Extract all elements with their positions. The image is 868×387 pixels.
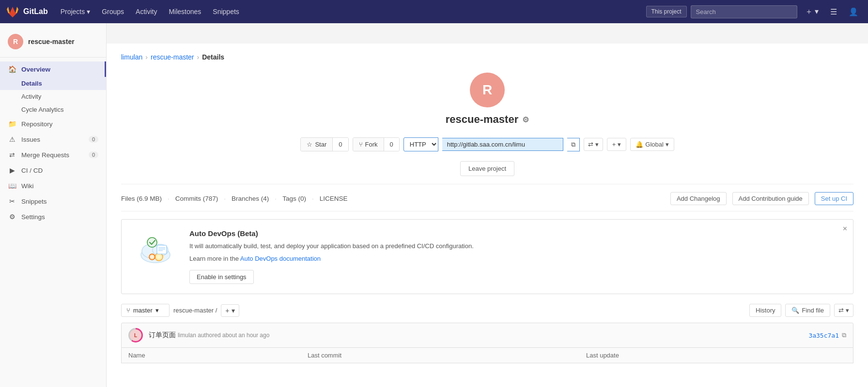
clone-dropdown-button[interactable]: ⇄ ▾ [584,138,603,151]
path-add-button[interactable]: + ▾ [221,304,239,317]
file-table: Name Last commit Last update [121,348,853,363]
commit-message: 订单页面 [149,331,176,339]
nav-activity[interactable]: Activity [131,6,162,17]
sidebar-item-settings[interactable]: ⚙ Settings [0,209,106,224]
sidebar-item-issues[interactable]: ⚠ Issues 0 [0,132,106,147]
sidebar-item-repository[interactable]: 📁 Repository [0,116,106,132]
set-up-ci-button[interactable]: Set up CI [815,192,853,205]
add-changelog-button[interactable]: Add Changelog [670,192,727,205]
devops-content: Auto DevOps (Beta) It will automatically… [189,229,474,284]
copy-url-button[interactable]: ⧉ [567,138,580,151]
file-table-header-row: Name Last commit Last update [122,348,853,363]
devops-title: Auto DevOps (Beta) [189,229,474,238]
sidebar-item-overview[interactable]: 🏠 Overview [0,61,106,77]
branch-select-button[interactable]: ⑂ master ▾ [121,304,170,317]
clone-icon: ⇄ [588,141,593,148]
sidebar-sub-item-cycle-analytics[interactable]: Cycle Analytics [0,103,106,116]
path-label: rescue-master / [173,307,217,314]
nav-groups[interactable]: Groups [97,6,129,17]
sidebar-cicd-label: CI / CD [21,167,43,174]
devops-close-button[interactable]: × [843,224,847,233]
star-icon: ☆ [307,141,312,148]
visibility-icon: ⚙ [522,115,529,124]
files-link[interactable]: Files (6.9 MB) [121,195,162,202]
add-dropdown-button[interactable]: + ▾ [607,138,627,151]
compare-button[interactable]: ⇄ ▾ [834,304,853,317]
sidebar-snippets-label: Snippets [21,198,47,205]
repository-icon: 📁 [8,120,16,128]
star-group: ☆ Star 0 [300,137,348,151]
breadcrumb-limulan[interactable]: limulan [121,53,142,61]
project-title: rescue-master ⚙ [446,113,529,126]
project-avatar-large: R [470,73,505,107]
find-file-button[interactable]: 🔍 Find file [785,304,830,317]
top-navigation: GitLab Projects ▾ Groups Activity Milest… [0,0,868,23]
branches-link[interactable]: Branches (4) [232,195,269,202]
sidebar-item-ci-cd[interactable]: ▶ CI / CD [0,163,106,178]
branch-icon: ⑂ [126,307,130,314]
nav-snippets[interactable]: Snippets [208,6,244,17]
merge-requests-badge: 0 [89,151,98,158]
sidebar: R rescue-master 🏠 Overview Details Activ… [0,23,107,387]
enable-in-settings-button[interactable]: Enable in settings [189,270,254,284]
sidebar-item-wiki[interactable]: 📖 Wiki [0,178,106,194]
commit-bar: L 订单页面 limulan authored about an hour ag… [121,323,853,348]
breadcrumb-sep-2: › [197,53,200,61]
breadcrumb-current: Details [202,53,224,61]
nav-projects[interactable]: Projects ▾ [56,6,95,17]
sidebar-toggle-button[interactable]: ☰ [826,5,841,18]
sidebar-item-snippets[interactable]: ✂ Snippets [0,194,106,209]
commit-hash-link[interactable]: 3a35c7a1 [808,332,839,339]
commits-link[interactable]: Commits (787) [175,195,218,202]
merge-requests-icon: ⇄ [8,151,16,159]
nav-milestones[interactable]: Milestones [164,6,206,17]
notification-dropdown-button[interactable]: 🔔 Global ▾ [630,138,674,151]
tags-link[interactable]: Tags (0) [282,195,306,202]
protocol-select[interactable]: HTTP SSH [403,137,438,151]
fork-group: ⑂ Fork 0 [353,137,400,151]
breadcrumb-rescue-master[interactable]: rescue-master [151,53,194,61]
fork-count: 0 [384,138,399,151]
history-button[interactable]: History [749,304,781,317]
project-header: R rescue-master ⚙ [121,73,853,126]
sidebar-sub-item-details[interactable]: Details [0,77,106,90]
leave-project-button[interactable]: Leave project [460,161,514,176]
section-divider [121,184,853,184]
svg-point-7 [147,238,157,247]
devops-docs-link[interactable]: Auto DevOps documentation [240,255,321,262]
search-input[interactable] [691,5,797,18]
this-project-button[interactable]: This project [646,6,687,17]
sidebar-item-merge-requests[interactable]: ⇄ Merge Requests 0 [0,147,106,163]
col-last-update: Last update [579,348,853,363]
top-nav-links: Projects ▾ Groups Activity Milestones Sn… [56,6,638,17]
fork-icon: ⑂ [359,141,363,148]
clone-label: ▾ [595,141,599,148]
plus-dropdown-arrow: ▾ [232,307,235,314]
plus-icon: + [612,141,616,148]
svg-rect-8 [157,245,167,254]
star-button[interactable]: ☆ Star [301,138,332,151]
sidebar-wiki-label: Wiki [21,182,34,190]
issues-badge: 0 [89,136,98,143]
sidebar-overview-label: Overview [21,66,50,73]
repo-url-input[interactable] [442,138,563,151]
fork-button[interactable]: ⑂ Fork [353,138,384,151]
commit-author: limulan [178,332,196,339]
col-last-commit: Last commit [301,348,579,363]
gitlab-logo[interactable]: GitLab [6,5,48,18]
compare-arrow: ▾ [846,307,849,314]
devops-icon-area [131,229,180,268]
action-bar: ☆ Star 0 ⑂ Fork 0 HTTP SSH ⧉ ⇄ ▾ [121,137,853,151]
devops-banner: × [121,219,853,294]
license-link[interactable]: LICENSE [320,195,348,202]
copy-commit-hash-button[interactable]: ⧉ [842,331,846,339]
user-icon-button[interactable]: 👤 [845,5,862,18]
commit-time: authored about an hour ago [198,332,269,339]
sidebar-project-avatar: R [8,34,23,49]
sidebar-sub-item-activity[interactable]: Activity [0,90,106,103]
branch-bar: ⑂ master ▾ rescue-master / + ▾ History 🔍… [121,304,853,317]
plus-icon-button[interactable]: ＋ ▾ [801,5,822,19]
add-contribution-button[interactable]: Add Contribution guide [732,192,809,205]
sidebar-issues-label: Issues [21,136,40,143]
search-icon: 🔍 [791,307,799,314]
